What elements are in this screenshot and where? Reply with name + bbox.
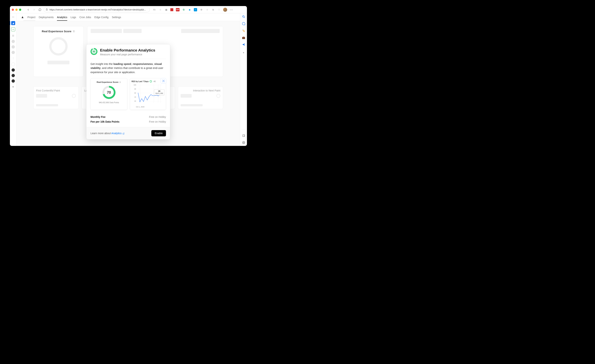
score-badge-icon: 92 xyxy=(91,48,98,55)
info-icon: i xyxy=(119,81,121,83)
svg-text:100: 100 xyxy=(134,84,136,86)
sidebar-tab-12-icon[interactable] xyxy=(12,79,15,83)
address-bar[interactable]: https://vercel.com/eric-betterstack-s-te… xyxy=(44,7,150,12)
ext-icon-todo[interactable]: ✓ xyxy=(194,8,197,11)
status-dot-icon xyxy=(150,80,152,82)
close-window-button[interactable] xyxy=(12,9,14,11)
nav-tab-deployments[interactable]: Deployments xyxy=(39,14,54,21)
svg-rect-0 xyxy=(46,9,48,10)
panel-toggle-icon[interactable] xyxy=(242,134,246,137)
svg-point-20 xyxy=(243,142,244,143)
res-card-placeholder: Real Experience Score i xyxy=(33,26,84,77)
tag-icon[interactable]: 🏷️ xyxy=(242,29,246,32)
sidebar-tab-share-icon[interactable]: ⋮ xyxy=(11,56,15,60)
metric-card-fcp: First Contentful Paint xyxy=(33,86,78,109)
sidebar-tab-9-icon[interactable] xyxy=(11,63,15,66)
info-icon[interactable]: i xyxy=(72,30,75,33)
external-link-icon xyxy=(122,133,125,135)
add-panel-button[interactable]: + xyxy=(242,51,246,54)
skeleton-pill-3 xyxy=(181,29,220,33)
modal-title: Enable Performance Analytics xyxy=(100,48,155,52)
preview-cards: Real Experience Score i 70 946,432,666 D… xyxy=(91,78,166,110)
score-70-gauge: 70 xyxy=(102,86,116,99)
forward-button[interactable] xyxy=(32,7,36,12)
right-sidebar: 🏷️ 💼 + xyxy=(240,13,247,146)
send-icon[interactable] xyxy=(242,43,246,46)
back-button[interactable] xyxy=(26,7,30,12)
profile-avatar[interactable] xyxy=(223,8,227,12)
preview-chart-card: RES by Last 7 Days -40 100 80 60 xyxy=(130,78,166,110)
ext-icon-pdf[interactable] xyxy=(170,8,173,11)
res-card-title: Real Experience Score i xyxy=(42,30,75,33)
svg-text:60: 60 xyxy=(135,92,136,94)
browser-titlebar: https://vercel.com/eric-betterstack-s-te… xyxy=(10,6,247,13)
modal-footer: Learn more about Analytics Enable xyxy=(86,127,170,139)
sidebar-tab-doc-icon[interactable]: ▤ xyxy=(11,34,15,38)
sidebar-tab-6-icon[interactable] xyxy=(12,45,15,49)
modal-description: Get insight into the loading speed, resp… xyxy=(91,62,166,74)
favorites-star-icon[interactable]: ☆ xyxy=(205,8,209,11)
maximize-window-button[interactable] xyxy=(19,9,21,11)
main-content: ▲ Project Deployments Analytics Logs Cro… xyxy=(16,13,240,146)
sidebar-tab-vercel-icon[interactable]: ◢ xyxy=(11,21,15,25)
nav-tab-cron-jobs[interactable]: Cron Jobs xyxy=(79,14,91,21)
skeleton-ring xyxy=(49,37,68,56)
nav-tab-settings[interactable]: Settings xyxy=(112,14,121,21)
fee-rows: Monthly Fee Free on Hobby Fee per 10k Da… xyxy=(91,114,166,124)
toolbar-extensions: A)) ☆ ▦ ABP G ◉ ✓ ⚙ ☆ ⧉ ♡ ⋯ xyxy=(153,8,233,12)
url-text: https://vercel.com/eric-betterstack-s-te… xyxy=(50,8,146,11)
svg-text:20: 20 xyxy=(135,100,136,102)
window-controls xyxy=(12,9,21,11)
preview-res-title: Real Experience Score i xyxy=(97,81,121,83)
learn-more-text: Learn more about Analytics xyxy=(91,132,125,135)
svg-text:80: 80 xyxy=(135,88,136,90)
svg-point-17 xyxy=(242,15,244,17)
svg-text:40: 40 xyxy=(135,96,136,98)
adblock-icon[interactable]: ABP xyxy=(176,8,179,11)
skeleton-bar xyxy=(47,61,70,64)
skeleton-pill-2 xyxy=(123,29,142,33)
enable-button[interactable]: Enable xyxy=(151,130,166,136)
chat-icon[interactable] xyxy=(242,22,246,25)
vercel-logo-icon[interactable]: ▲ xyxy=(21,15,24,19)
svg-point-1 xyxy=(163,81,164,81)
skeleton-pill-1 xyxy=(91,29,122,33)
sidebar-add-tab-button[interactable]: + xyxy=(11,85,15,89)
sidebar-tab-11-icon[interactable] xyxy=(12,74,15,77)
wallet-icon[interactable]: 💼 xyxy=(242,36,246,39)
menu-button[interactable]: ⋯ xyxy=(230,8,233,12)
sidebar-tab-5-icon[interactable] xyxy=(12,40,15,43)
ext-icon-1[interactable]: ▦ xyxy=(164,8,168,11)
nav-tab-project[interactable]: Project xyxy=(28,14,35,21)
read-aloud-icon[interactable]: A)) xyxy=(153,8,156,11)
reload-button[interactable] xyxy=(38,7,42,12)
analytics-link[interactable]: Analytics xyxy=(111,132,125,135)
preview-chart-title: RES by Last 7 Days -40 xyxy=(132,80,164,82)
sidebar-tab-7-icon[interactable] xyxy=(12,51,15,54)
nav-tab-edge-config[interactable]: Edge Config xyxy=(94,14,108,21)
settings-icon[interactable] xyxy=(242,141,246,144)
sidebar-tab-page-icon[interactable]: ▭ xyxy=(11,15,15,19)
browser-window: https://vercel.com/eric-betterstack-s-te… xyxy=(10,6,247,146)
ext-icon-heart[interactable]: ♡ xyxy=(217,8,220,11)
sidebar-tab-10-icon[interactable] xyxy=(12,68,15,72)
body-area: ▭ ◢ 13 ▤ ⋮ + ▲ Project Deployments Analy… xyxy=(10,13,247,146)
nav-tab-logs[interactable]: Logs xyxy=(71,14,76,21)
metric-card-inp: Interaction to Next Paint xyxy=(178,86,223,109)
modal-header: 92 Enable Performance Analytics Measure … xyxy=(91,48,166,56)
search-icon[interactable] xyxy=(242,15,246,19)
modal-subtitle: Measure your real page performance xyxy=(100,53,155,56)
preview-res-card: Real Experience Score i 70 946,432,666 D… xyxy=(91,78,127,110)
sidebar-tab-calendar-icon[interactable]: 13 xyxy=(11,27,15,31)
left-sidebar: ▭ ◢ 13 ▤ ⋮ + xyxy=(10,13,16,146)
collections-icon[interactable]: ⧉ xyxy=(211,8,215,11)
ext-icon-globe[interactable]: ◉ xyxy=(188,8,191,11)
favorite-icon[interactable]: ☆ xyxy=(159,8,162,11)
scan-icon[interactable] xyxy=(161,78,166,84)
nav-tab-analytics[interactable]: Analytics xyxy=(57,14,67,21)
mini-line-chart: 100 80 60 40 20 xyxy=(132,84,164,106)
minimize-window-button[interactable] xyxy=(15,9,18,11)
grammarly-icon[interactable]: G xyxy=(182,8,185,11)
fee-row-monthly: Monthly Fee Free on Hobby xyxy=(91,114,166,119)
ext-icon-puzzle[interactable]: ⚙ xyxy=(200,8,203,11)
